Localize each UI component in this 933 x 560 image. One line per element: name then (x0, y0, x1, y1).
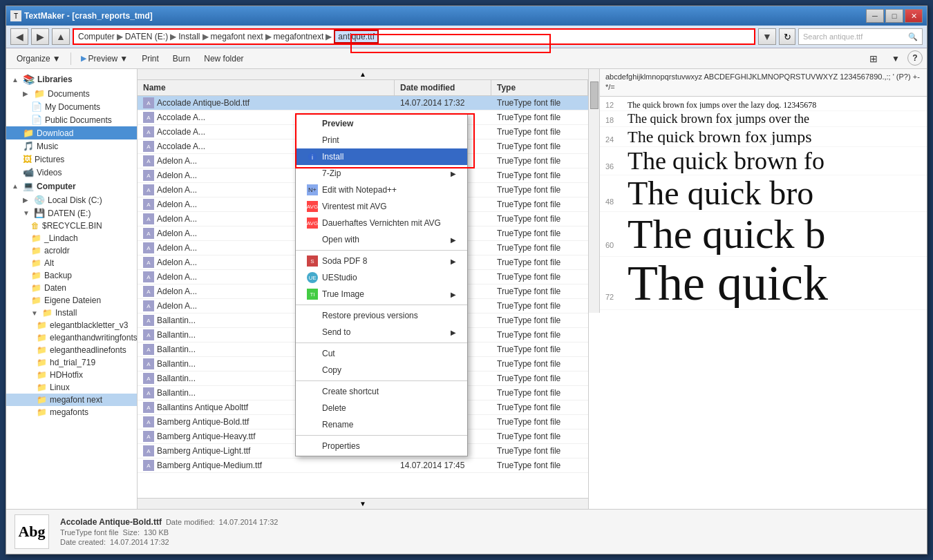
sidebar-item-hdhotfix[interactable]: 📁 HDHotfix (6, 369, 137, 381)
sidebar-item-documents[interactable]: ▶ 📁 Documents (6, 87, 137, 100)
sidebar-item-download[interactable]: 📁 Download (6, 126, 137, 139)
preview-sample-text: The quick brown fo (628, 148, 824, 173)
help-button[interactable]: ? (907, 50, 923, 66)
context-menu-item-install[interactable]: iInstall (296, 148, 467, 165)
context-menu-separator (296, 250, 467, 251)
preview-button[interactable]: ▶ Preview ▼ (75, 50, 135, 67)
context-menu-item-open_with[interactable]: Open with▶ (296, 231, 467, 248)
breadcrumb-item[interactable]: DATEN (E:) (125, 32, 168, 41)
breadcrumb-item[interactable]: Install (178, 32, 200, 41)
breadcrumb-sep: ▶ (265, 32, 272, 41)
sidebar-item-my-documents[interactable]: 📄 My Documents (6, 100, 137, 113)
sidebar-item-megafont[interactable]: 📁 megafont next (6, 394, 137, 406)
context-menu-item-cut[interactable]: Cut (296, 345, 467, 362)
file-row[interactable]: ABamberg Antique-Medium.ttf14.07.2014 17… (138, 458, 588, 473)
context-menu-separator (296, 305, 467, 305)
sidebar-item-music[interactable]: 🎵 Music (6, 139, 137, 153)
column-date[interactable]: Date modified (395, 80, 491, 95)
sidebar-group-computer[interactable]: ▲ 💻 Computer (6, 179, 137, 193)
context-menu-item-copy[interactable]: Copy (296, 362, 467, 378)
view-options-button[interactable]: ▼ (885, 50, 906, 67)
sidebar-item-recycle[interactable]: 🗑 $RECYCLE.BIN (6, 220, 137, 232)
breadcrumb-item[interactable]: megafont next (211, 32, 263, 41)
context-menu-item-avg_scan[interactable]: AVGVirentest mit AVG (296, 198, 467, 215)
context-menu-item-avg_destroy[interactable]: AVGDauerhaftes Vernichten mit AVG (296, 215, 467, 231)
context-menu-label: Create shortcut (322, 387, 379, 396)
print-button[interactable]: Print (135, 50, 165, 67)
scroll-thumb (590, 81, 599, 109)
sidebar-item-install[interactable]: ▼ 📁 Install (6, 307, 137, 319)
minimize-button[interactable]: ─ (866, 9, 884, 23)
folder-icon: 📁 (31, 233, 41, 243)
breadcrumb-current[interactable]: antique.ttf (334, 30, 379, 44)
sidebar-item-hd[interactable]: 📁 hd_trial_719 (6, 356, 137, 369)
scroll-up-button[interactable]: ▲ (138, 69, 588, 80)
view-toggle-button[interactable]: ⊞ (863, 50, 884, 67)
sidebar-item-elegant3[interactable]: 📁 elegantheadlinefonts (6, 344, 137, 356)
up-button[interactable]: ▲ (52, 28, 70, 45)
breadcrumb-item[interactable]: megafontnext (274, 32, 324, 41)
context-menu-item-7zip[interactable]: 7-Zip▶ (296, 165, 467, 182)
burn-button[interactable]: Burn (167, 50, 196, 67)
sidebar-item-local-disk[interactable]: ▶ 💿 Local Disk (C:) (6, 193, 137, 206)
column-type[interactable]: Type (491, 80, 588, 95)
context-menu-item-notepad[interactable]: N+Edit with Notepad++ (296, 182, 467, 198)
organize-button[interactable]: Organize ▼ (10, 50, 67, 67)
sidebar-item-alt[interactable]: 📁 Alt (6, 257, 137, 269)
context-menu-item-uestudio[interactable]: UEUEStudio (296, 269, 467, 286)
file-type-cell: TrueType font file (491, 255, 588, 269)
context-menu-label: Preview (322, 119, 353, 128)
sidebar-item-megafonts[interactable]: 📁 megafonts (6, 406, 137, 418)
preview-sample-row: 36The quick brown fo (600, 147, 927, 175)
context-menu-separator (296, 435, 467, 436)
sidebar-item-linux[interactable]: 📁 Linux (6, 381, 137, 394)
file-type-cell: TrueType font file (491, 342, 588, 356)
context-menu-label: 7-Zip (322, 168, 341, 178)
sidebar-item-eigene[interactable]: 📁 Eigene Dateien (6, 294, 137, 307)
context-menu-item-send_to[interactable]: Send to▶ (296, 324, 467, 340)
sidebar-item-pictures[interactable]: 🖼 Pictures (6, 153, 137, 166)
sidebar-item-videos[interactable]: 📹 Videos (6, 166, 137, 179)
empty-icon (307, 327, 318, 338)
context-menu-item-properties[interactable]: Properties (296, 438, 467, 454)
preview-scroll-left[interactable] (589, 69, 600, 313)
context-menu-item-restore[interactable]: Restore previous versions (296, 307, 467, 324)
sidebar-item-elegant2[interactable]: 📁 eleganthandwritingfonts (6, 331, 137, 344)
maximize-button[interactable]: □ (885, 9, 903, 23)
folder-icon: 📁 (37, 333, 47, 342)
context-menu-item-rename[interactable]: Rename (296, 416, 467, 433)
file-row[interactable]: AAccolade Antique-Bold.ttf14.07.2014 17:… (138, 96, 588, 110)
sidebar-item-elegant1[interactable]: 📁 elegantblackletter_v3 (6, 319, 137, 331)
sidebar-item-backup[interactable]: 📁 Backup (6, 269, 137, 282)
close-button[interactable]: ✕ (905, 9, 923, 23)
sidebar-item-acroldr[interactable]: 📁 acroldr (6, 244, 137, 257)
context-menu-separator (296, 380, 467, 381)
empty-icon (307, 118, 318, 129)
address-bar[interactable]: Computer ▶ DATEN (E:) ▶ Install ▶ megafo… (73, 28, 755, 45)
scroll-down-button[interactable]: ▼ (138, 498, 588, 509)
forward-button[interactable]: ▶ (31, 28, 49, 45)
refresh-button[interactable]: ↻ (779, 28, 795, 45)
dropdown-button[interactable]: ▼ (758, 28, 776, 45)
sidebar-item-lindach[interactable]: 📁 _Lindach (6, 232, 137, 244)
column-name[interactable]: Name (138, 80, 395, 95)
context-menu-item-preview[interactable]: Preview (296, 115, 467, 132)
new-folder-button[interactable]: New folder (198, 50, 249, 67)
context-menu-item-delete[interactable]: Delete (296, 400, 467, 416)
search-box[interactable]: Search antique.ttf 🔍 (798, 28, 923, 45)
context-menu-item-create_shortcut[interactable]: Create shortcut (296, 383, 467, 400)
sidebar-item-public-documents[interactable]: 📄 Public Documents (6, 113, 137, 126)
file-type-icon: A (143, 445, 154, 456)
soda_pdf-icon: S (307, 255, 318, 267)
context-menu-item-true_image[interactable]: TITrue Image▶ (296, 286, 467, 302)
file-type-icon: A (143, 184, 154, 195)
context-menu-item-print[interactable]: Print (296, 132, 467, 148)
preview-sample-text: The quick brown fox jumps over the lazy … (628, 101, 816, 109)
sidebar-item-daten[interactable]: ▼ 💾 DATEN (E:) (6, 206, 137, 220)
context-menu-item-soda_pdf[interactable]: SSoda PDF 8▶ (296, 253, 467, 269)
sidebar-item-daten2[interactable]: 📁 Daten (6, 282, 137, 294)
back-button[interactable]: ◀ (10, 28, 28, 45)
sidebar-group-libraries[interactable]: ▲ 📚 Libraries (6, 72, 137, 87)
file-type-cell: TrueType font file (491, 110, 588, 124)
breadcrumb-item[interactable]: Computer (78, 32, 115, 41)
